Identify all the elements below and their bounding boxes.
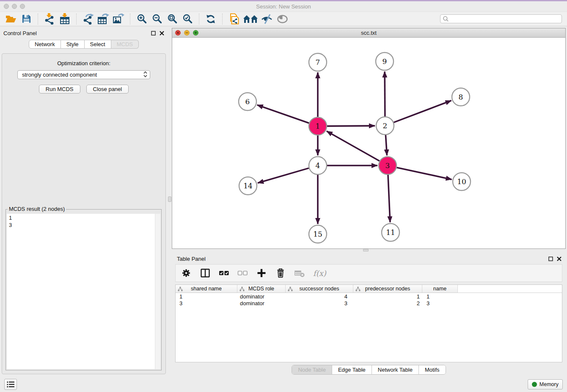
minimize-glyph-icon — [185, 31, 188, 34]
graph-edge-3-1[interactable] — [327, 131, 380, 161]
main-toolbar — [0, 12, 567, 26]
list-icon — [6, 379, 16, 389]
close-network-button[interactable] — [175, 30, 181, 36]
tab-node-table[interactable]: Node Table — [292, 365, 332, 374]
network-window-title: scc.txt — [361, 30, 377, 36]
first-neighbors-button[interactable] — [242, 13, 259, 25]
gear-icon — [181, 268, 192, 279]
control-panel-tabs: Network Style Select MCDS — [0, 40, 168, 49]
select-all-columns-button[interactable] — [219, 268, 229, 279]
float-panel-icon[interactable] — [151, 31, 156, 36]
column-header-name[interactable]: name — [422, 285, 458, 293]
close-window-button[interactable] — [4, 4, 9, 9]
splitter-grip[interactable] — [168, 196, 171, 202]
show-graphics-details-button[interactable] — [275, 13, 290, 25]
tab-motifs[interactable]: Motifs — [418, 365, 446, 374]
save-session-button[interactable] — [19, 13, 34, 25]
graph-edge-2-3[interactable] — [385, 135, 387, 155]
new-network-from-selection-button[interactable] — [226, 13, 242, 25]
table-settings-button[interactable] — [181, 268, 192, 279]
zoom-fit-icon — [167, 14, 178, 24]
trash-icon — [275, 268, 286, 279]
table-cell: 2 — [353, 300, 422, 306]
table-panel-header: Table Panel — [172, 252, 566, 263]
create-column-button[interactable] — [256, 268, 267, 279]
column-header-successor-nodes[interactable]: successor nodes — [286, 285, 353, 293]
export-image-button[interactable] — [111, 13, 126, 25]
hierarchy-icon — [239, 287, 245, 292]
export-table-button[interactable] — [96, 13, 111, 25]
delete-column-button[interactable] — [275, 268, 286, 279]
graph-node-label: 2 — [383, 121, 388, 130]
network-window-titlebar[interactable]: scc.txt — [172, 28, 565, 38]
search-field[interactable] — [440, 14, 562, 23]
import-table-button[interactable] — [57, 13, 72, 25]
mcds-result-text: 1 3 — [7, 214, 160, 229]
graph-edge-2-8[interactable] — [394, 101, 451, 123]
delete-table-icon — [294, 268, 305, 279]
tab-network-table[interactable]: Network Table — [372, 365, 418, 374]
export-table-icon — [97, 14, 109, 25]
task-history-button[interactable] — [4, 379, 17, 390]
zoom-selected-button[interactable] — [180, 13, 195, 25]
main-area: Control Panel Network Style Select MCDS … — [0, 26, 567, 377]
graph-edge-1-2[interactable] — [327, 126, 375, 126]
workspace-column: scc.txt 7968124314101511 Table Panel — [172, 26, 567, 377]
result-scrollbar[interactable] — [155, 214, 160, 369]
graph-edge-4-14[interactable] — [258, 168, 309, 183]
maximize-network-button[interactable] — [193, 30, 198, 36]
horizontal-splitter[interactable] — [172, 249, 566, 252]
open-folder-icon — [6, 14, 17, 24]
column-header-shared-name[interactable]: shared name — [176, 285, 237, 293]
search-input[interactable] — [449, 16, 561, 22]
graph-edge-3-11[interactable] — [388, 175, 390, 222]
import-network-button[interactable] — [42, 13, 57, 25]
criterion-select[interactable]: strongly connected component — [17, 70, 150, 79]
node-table-body: 1dominator4113dominator323 — [176, 293, 562, 306]
open-session-button[interactable] — [3, 13, 19, 25]
delete-table-button — [294, 268, 305, 279]
graph-edge-2-9[interactable] — [385, 72, 385, 116]
zoom-fit-button[interactable] — [165, 13, 180, 25]
run-mcds-button[interactable]: Run MCDS — [39, 85, 80, 94]
network-window-controls — [175, 30, 198, 36]
checked-boxes-icon — [219, 268, 229, 279]
tab-edge-table[interactable]: Edge Table — [332, 365, 372, 374]
splitter-grip[interactable] — [363, 249, 369, 251]
close-panel-button[interactable]: Close panel — [86, 85, 129, 94]
show-column-panel-button[interactable] — [200, 268, 211, 279]
zoom-in-button[interactable] — [134, 13, 149, 25]
column-header-mcds-role[interactable]: MCDS role — [237, 285, 286, 293]
tab-network[interactable]: Network — [29, 40, 61, 49]
mcds-result-textarea[interactable]: 1 3 — [7, 214, 160, 369]
close-panel-icon[interactable] — [160, 31, 164, 36]
unselect-all-columns-button[interactable] — [237, 268, 248, 279]
tab-style[interactable]: Style — [61, 40, 85, 49]
tab-mcds[interactable]: MCDS — [111, 40, 139, 49]
network-canvas[interactable]: 7968124314101511 — [172, 38, 565, 248]
unchecked-boxes-icon — [237, 268, 248, 279]
tab-select[interactable]: Select — [85, 40, 111, 49]
refresh-view-button[interactable] — [203, 13, 218, 25]
column-header-predecessor-nodes[interactable]: predecessor nodes — [353, 285, 422, 293]
zoom-out-button[interactable] — [149, 13, 165, 25]
memory-button[interactable]: Memory — [528, 379, 563, 389]
zoom-window-button[interactable] — [20, 4, 25, 9]
graph-edge-1-6[interactable] — [257, 105, 309, 123]
hide-graphics-details-button[interactable] — [259, 13, 275, 25]
vertical-splitter[interactable] — [168, 26, 172, 377]
window-controls — [4, 4, 25, 9]
network-graph[interactable]: 7968124314101511 — [172, 38, 566, 249]
minimize-network-button[interactable] — [184, 30, 190, 36]
float-panel-icon[interactable] — [548, 257, 553, 261]
table-cell: 3 — [422, 300, 458, 306]
minimize-window-button[interactable] — [12, 4, 17, 9]
table-cell: 1 — [422, 293, 458, 300]
export-network-button[interactable] — [80, 13, 96, 25]
graph-edge-3-10[interactable] — [396, 168, 451, 179]
table-cell: 1 — [353, 293, 422, 300]
table-row[interactable]: 3dominator323 — [176, 300, 562, 306]
close-panel-icon[interactable] — [557, 257, 561, 261]
titlebar: Session: New Session — [0, 1, 567, 12]
table-row[interactable]: 1dominator411 — [176, 293, 562, 300]
